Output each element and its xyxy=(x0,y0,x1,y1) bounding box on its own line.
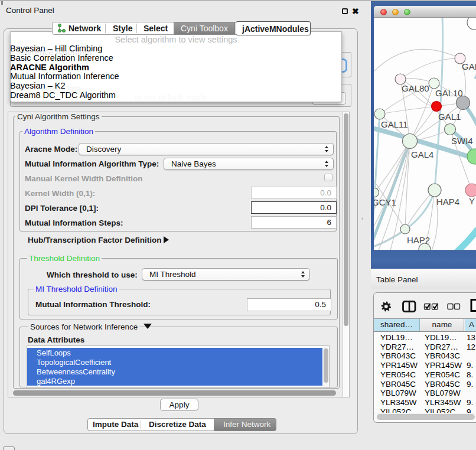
svg-text:HAP4: HAP4 xyxy=(436,197,459,207)
svg-text:GAL7: GAL7 xyxy=(462,61,476,71)
svg-text:GAL10: GAL10 xyxy=(435,88,463,98)
svg-text:GAL4: GAL4 xyxy=(411,149,433,159)
svg-text:SWI4: SWI4 xyxy=(451,136,473,146)
svg-text:GAL80: GAL80 xyxy=(402,83,429,93)
svg-text:GCY1: GCY1 xyxy=(374,197,396,207)
svg-text:GAL11: GAL11 xyxy=(381,119,408,129)
svg-text:HAP2: HAP2 xyxy=(407,235,430,245)
svg-text:Y: Y xyxy=(469,196,475,206)
svg-text:GAL1: GAL1 xyxy=(438,112,461,122)
